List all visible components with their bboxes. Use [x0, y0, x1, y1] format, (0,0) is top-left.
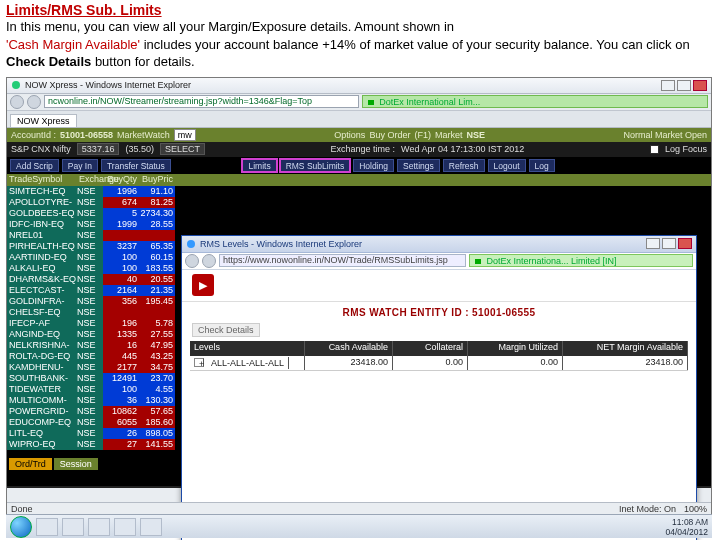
close-button[interactable]: [693, 80, 707, 91]
tab-session[interactable]: Session: [54, 458, 98, 470]
marketwatch-row[interactable]: AARTIIND-EQNSE10060.15: [7, 252, 179, 263]
f1-hint: (F1): [414, 130, 431, 140]
svg-rect-3: [475, 259, 481, 264]
ie-icon: [11, 80, 21, 90]
back-button[interactable]: [10, 95, 24, 109]
status-done: Done: [11, 504, 33, 514]
windows-taskbar[interactable]: 11:08 AM 04/04/2012: [6, 514, 712, 538]
marketwatch-row[interactable]: MULTICOMM-EQNSE36130.30: [7, 395, 179, 406]
lock-icon: [366, 97, 376, 107]
nav-holding[interactable]: Holding: [353, 159, 394, 172]
ie-titlebar[interactable]: NOW Xpress - Windows Internet Explorer: [7, 78, 711, 94]
ssl-identity[interactable]: DotEx Internationa... Limited [IN]: [469, 254, 693, 267]
margin-utilized-value: 0.00: [468, 356, 563, 370]
max-button[interactable]: [677, 80, 691, 91]
marketwatch-body: SIMTECH-EQNSE199691.10APOLLOTYRE-EQNSE67…: [7, 186, 711, 486]
min-button[interactable]: [661, 80, 675, 91]
max-button[interactable]: [662, 238, 676, 249]
marketwatch-row[interactable]: DHARMS&K-EQNSE4020.55: [7, 274, 179, 285]
net-margin-value: 23418.00: [563, 356, 688, 370]
url-field[interactable]: ncwonline.in/NOW/Streamer/streaming.jsp?…: [44, 95, 359, 108]
buy-order-link[interactable]: Buy Order: [369, 130, 410, 140]
tab-ord-trd[interactable]: Ord/Trd: [9, 458, 52, 470]
taskbar-app-icon[interactable]: [114, 518, 136, 536]
taskbar-app-icon[interactable]: [88, 518, 110, 536]
marketwatch-row[interactable]: ELECTCAST-EQNSE216421.35: [7, 285, 179, 296]
nav-logout[interactable]: Logout: [488, 159, 526, 172]
rms-popup-window: RMS Levels - Windows Internet Explorer h…: [181, 235, 697, 540]
marketwatch-row[interactable]: SOUTHBANK-EQNSE1249123.70: [7, 373, 179, 384]
select-button[interactable]: SELECT: [160, 143, 205, 155]
marketwatch-row[interactable]: ROLTA-DG-EQNSE44543.25: [7, 351, 179, 362]
marketwatch-row[interactable]: IFECP-AFNSE1965.78: [7, 318, 179, 329]
marketwatch-row[interactable]: WIPRO-EQNSE27141.55: [7, 439, 179, 450]
cash-available-value: 23418.00: [305, 356, 393, 370]
popup-url-field[interactable]: https://www.nowonline.in/NOW/Trade/RMSSu…: [219, 254, 466, 267]
ie-title-text: NOW Xpress - Windows Internet Explorer: [25, 80, 657, 90]
market-status: Normal Market Open: [623, 130, 707, 140]
ssl-identity[interactable]: DotEx International Lim...: [362, 95, 708, 108]
browser-tab[interactable]: NOW Xpress: [10, 114, 77, 127]
col-cash-available: Cash Available: [305, 341, 393, 356]
logfocus-checkbox[interactable]: [650, 145, 659, 154]
col-levels: Levels: [190, 341, 305, 356]
status-zoom[interactable]: 100%: [684, 504, 707, 514]
forward-button[interactable]: [202, 254, 216, 268]
nav-pay-in[interactable]: Pay In: [62, 159, 98, 172]
col-margin-utilized: Margin Utilized: [468, 341, 563, 356]
nav-transfer-status[interactable]: Transfer Status: [101, 159, 171, 172]
marketwatch-row[interactable]: GOLDBEES-EQNSE52734.30: [7, 208, 179, 219]
start-button[interactable]: [10, 516, 32, 538]
forward-button[interactable]: [27, 95, 41, 109]
logfocus-label: Log Focus: [665, 144, 707, 154]
now-logo-icon: [192, 274, 214, 296]
marketwatch-row[interactable]: KAMDHENU-AM-NSENSE217734.75: [7, 362, 179, 373]
marketwatch-row[interactable]: APOLLOTYRE-EQNSE67481.25: [7, 197, 179, 208]
check-details-button[interactable]: Check Details: [192, 323, 260, 337]
taskbar-ie-icon[interactable]: [36, 518, 58, 536]
lock-icon: [473, 256, 483, 266]
back-button[interactable]: [185, 254, 199, 268]
popup-logo-row: [182, 270, 696, 302]
marketwatch-label: MarketWatch: [117, 130, 170, 140]
marketwatch-row[interactable]: TIDEWATERNSE1004.55: [7, 384, 179, 395]
marketwatch-row[interactable]: EDUCOMP-EQNSE6055185.60: [7, 417, 179, 428]
marketwatch-row[interactable]: ALKALI-EQNSE100183.55: [7, 263, 179, 274]
marketwatch-row[interactable]: GOLDINFRA-EQNSE356195.45: [7, 296, 179, 307]
nav-settings[interactable]: Settings: [397, 159, 440, 172]
col-collateral: Collateral: [393, 341, 468, 356]
marketwatch-row[interactable]: POWERGRID-EQNSE1086257.65: [7, 406, 179, 417]
system-clock[interactable]: 11:08 AM 04/04/2012: [665, 517, 708, 537]
clock-time: 11:08 AM: [665, 517, 708, 527]
nav-refresh[interactable]: Refresh: [443, 159, 485, 172]
status-inet: Inet Mode: On: [619, 504, 676, 514]
nav-add-scrip[interactable]: Add Scrip: [10, 159, 59, 172]
marketwatch-row[interactable]: ANGIND-EQNSE133527.55: [7, 329, 179, 340]
nav-rms-sublimits[interactable]: RMS SubLimits: [280, 159, 351, 172]
nav-limits[interactable]: Limits: [242, 159, 276, 172]
marketwatch-row[interactable]: NREL01 PETRO-EQNSE: [7, 230, 179, 241]
marketwatch-row[interactable]: CHELSF-EQNSE: [7, 307, 179, 318]
app-infobar: S&P CNX Nifty 5337.16 (35.50) SELECT Exc…: [7, 142, 711, 157]
market-label: Market: [435, 130, 463, 140]
options-link[interactable]: Options: [334, 130, 365, 140]
nav-log[interactable]: Log: [529, 159, 555, 172]
svg-point-2: [187, 240, 195, 248]
marketwatch-row[interactable]: LITL-EQNSE26898.05: [7, 428, 179, 439]
rms-grid-header: Levels Cash Available Collateral Margin …: [190, 341, 688, 356]
marketwatch-row[interactable]: NELKRISHNA-EQNSE1647.95: [7, 340, 179, 351]
marketwatch-select[interactable]: mw: [174, 129, 196, 141]
doc-text: includes your account balance +14% of ma…: [144, 37, 690, 52]
marketwatch-row[interactable]: SIMTECH-EQNSE199691.10: [7, 186, 179, 197]
rms-grid-row[interactable]: +ALL-ALL-ALL-ALL 23418.00 0.00 0.00 2341…: [190, 356, 688, 371]
taskbar-explorer-icon[interactable]: [62, 518, 84, 536]
expand-icon[interactable]: +: [194, 358, 204, 367]
popup-titlebar[interactable]: RMS Levels - Windows Internet Explorer: [182, 236, 696, 253]
popup-title-text: RMS Levels - Windows Internet Explorer: [200, 239, 362, 249]
marketwatch-row[interactable]: PIRHEALTH-EQNSE323765.35: [7, 241, 179, 252]
min-button[interactable]: [646, 238, 660, 249]
close-button[interactable]: [678, 238, 692, 249]
doc-paragraph: In this menu, you can view all your Marg…: [0, 18, 720, 75]
marketwatch-row[interactable]: IDFC-IBN-EQNSE199928.55: [7, 219, 179, 230]
taskbar-app-icon[interactable]: [140, 518, 162, 536]
